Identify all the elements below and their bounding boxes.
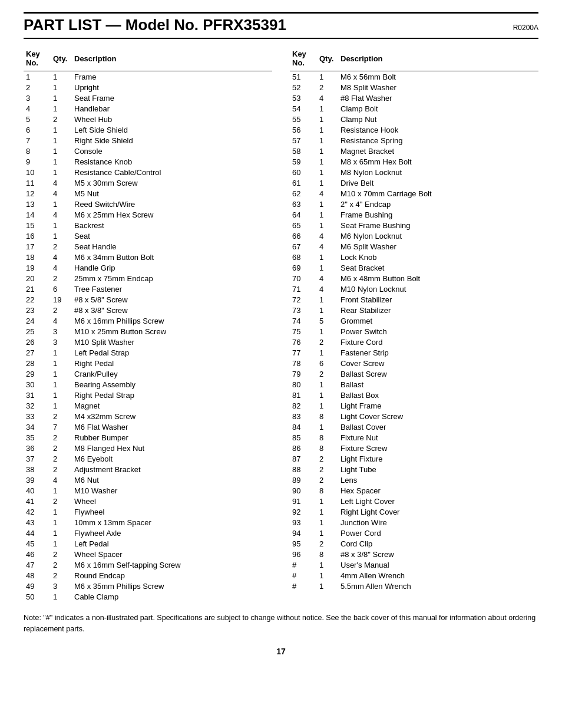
table-row: 84 1 Ballast Cover [290,421,538,432]
qty-cell: 4 [317,284,338,294]
desc-cell: Magnet Bracket [338,146,538,156]
desc-cell: M10 x 25mm Button Screw [72,326,272,337]
qty-cell: 1 [51,368,72,379]
desc-cell: Wheel Hub [72,114,272,124]
key-no-cell: 63 [290,199,317,209]
desc-cell: M6 x 48mm Button Bolt [338,273,538,284]
table-row: 4 1 Handlebar [24,103,272,114]
key-no-cell: 47 [24,559,51,570]
key-no-cell: # [290,559,317,570]
table-row: 54 1 Clamp Bolt [290,103,538,114]
desc-cell: Seat Bracket [338,262,538,273]
table-row: 86 8 Fixture Screw [290,443,538,453]
table-row: 66 4 M6 Nylon Locknut [290,230,538,241]
desc-cell: Fastener Strip [338,347,538,358]
qty-cell: 2 [51,114,72,124]
table-row: 9 1 Resistance Knob [24,156,272,167]
qty-cell: 1 [317,400,338,411]
table-row: 50 1 Cable Clamp [24,591,272,602]
qty-cell: 1 [317,209,338,220]
qty-cell: 1 [51,124,72,135]
table-row: 48 2 Round Endcap [24,570,272,581]
qty-cell: 1 [317,103,338,114]
qty-cell: 1 [317,305,338,315]
desc-cell: Adjustment Bracket [72,464,272,475]
table-row: 58 1 Magnet Bracket [290,146,538,156]
qty-cell: 1 [51,517,72,528]
qty-cell: 2 [51,411,72,421]
table-row: 56 1 Resistance Hook [290,124,538,135]
key-no-cell: 88 [290,464,317,475]
qty-cell: 1 [51,528,72,538]
key-no-cell: 62 [290,188,317,199]
key-no-cell: 44 [24,528,51,538]
desc-cell: Upright [72,82,272,93]
qty-cell: 1 [51,103,72,114]
table-row: # 1 4mm Allen Wrench [290,570,538,581]
table-row: 78 6 Cover Screw [290,358,538,368]
table-row: 31 1 Right Pedal Strap [24,390,272,400]
table-row: 83 8 Light Cover Screw [290,411,538,421]
desc-cell: Fixture Screw [338,443,538,453]
table-row: 34 7 M6 Flat Washer [24,421,272,432]
key-no-cell: 30 [24,379,51,390]
desc-cell: Console [72,146,272,156]
key-no-cell: 81 [290,390,317,400]
qty-cell: 1 [317,496,338,506]
key-no-cell: 12 [24,188,51,199]
table-row: 24 4 M6 x 16mm Phillips Screw [24,315,272,326]
table-row: 38 2 Adjustment Bracket [24,464,272,475]
table-row: 63 1 2" x 4" Endcap [290,199,538,209]
desc-cell: Flywheel [72,506,272,517]
desc-cell: Light Fixture [338,453,538,464]
key-no-cell: 11 [24,177,51,188]
key-no-cell: 48 [24,570,51,581]
key-no-cell: 87 [290,453,317,464]
key-no-cell: 25 [24,326,51,337]
key-no-cell: 53 [290,93,317,103]
qty-cell: 2 [317,453,338,464]
key-no-cell: 65 [290,220,317,230]
qty-cell: 3 [51,581,72,591]
right-parts-section: Key No. Qty. Description 51 1 M6 x 56mm … [290,48,538,602]
table-row: 22 19 #8 x 5/8" Screw [24,294,272,305]
table-row: 11 4 M5 x 30mm Screw [24,177,272,188]
table-row: 90 8 Hex Spacer [290,485,538,496]
key-no-cell: 52 [290,82,317,93]
qty-cell: 1 [51,390,72,400]
table-row: 10 1 Resistance Cable/Control [24,167,272,177]
key-no-cell: 4 [24,103,51,114]
qty-cell: 2 [51,453,72,464]
desc-cell: Left Pedal [72,538,272,549]
key-no-cell: 69 [290,262,317,273]
qty-cell: 2 [51,464,72,475]
key-no-cell: 18 [24,252,51,262]
table-row: 94 1 Power Cord [290,528,538,538]
table-row: 44 1 Flywheel Axle [24,528,272,538]
qty-cell: 1 [317,390,338,400]
qty-cell: 2 [51,443,72,453]
key-no-cell: 15 [24,220,51,230]
qty-cell: 1 [51,146,72,156]
desc-cell: Resistance Cable/Control [72,167,272,177]
right-header-qty: Qty. [317,48,338,71]
table-row: 25 3 M10 x 25mm Button Screw [24,326,272,337]
qty-cell: 1 [317,559,338,570]
key-no-cell: 86 [290,443,317,453]
qty-cell: 1 [317,71,338,83]
desc-cell: M10 Washer [72,485,272,496]
key-no-cell: 68 [290,252,317,262]
qty-cell: 19 [51,294,72,305]
table-row: 17 2 Seat Handle [24,241,272,252]
desc-cell: M6 Split Washer [338,241,538,252]
key-no-cell: 54 [290,103,317,114]
key-no-cell: 21 [24,284,51,294]
desc-cell: M6 Eyebolt [72,453,272,464]
key-no-cell: 90 [290,485,317,496]
qty-cell: 1 [51,538,72,549]
desc-cell: Ballast Screw [338,368,538,379]
key-no-cell: 91 [290,496,317,506]
key-no-cell: 75 [290,326,317,337]
desc-cell: Backrest [72,220,272,230]
table-row: 30 1 Bearing Assembly [24,379,272,390]
